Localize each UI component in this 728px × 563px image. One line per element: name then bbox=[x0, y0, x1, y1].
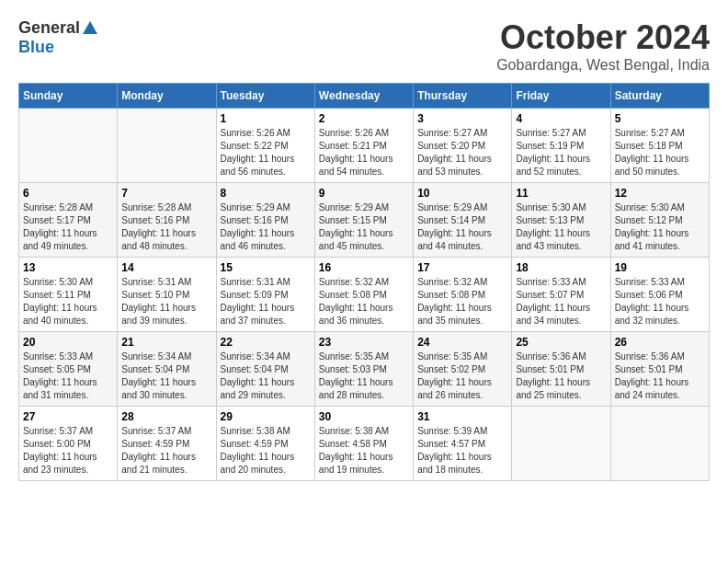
day-info: Sunrise: 5:27 AM Sunset: 5:19 PM Dayligh… bbox=[516, 127, 606, 178]
header-cell-tuesday: Tuesday bbox=[216, 84, 314, 109]
day-info: Sunrise: 5:37 AM Sunset: 5:00 PM Dayligh… bbox=[23, 425, 113, 477]
day-cell bbox=[19, 109, 118, 183]
day-cell: 13Sunrise: 5:30 AM Sunset: 5:11 PM Dayli… bbox=[19, 258, 118, 332]
day-cell: 14Sunrise: 5:31 AM Sunset: 5:10 PM Dayli… bbox=[118, 258, 216, 332]
day-cell: 19Sunrise: 5:33 AM Sunset: 5:06 PM Dayli… bbox=[610, 258, 709, 332]
day-info: Sunrise: 5:28 AM Sunset: 5:16 PM Dayligh… bbox=[121, 201, 211, 253]
day-cell: 26Sunrise: 5:36 AM Sunset: 5:01 PM Dayli… bbox=[610, 332, 709, 407]
day-cell: 5Sunrise: 5:27 AM Sunset: 5:18 PM Daylig… bbox=[610, 109, 709, 183]
day-info: Sunrise: 5:30 AM Sunset: 5:11 PM Dayligh… bbox=[23, 276, 113, 327]
month-title: October 2024 bbox=[496, 18, 710, 57]
day-number: 7 bbox=[121, 187, 211, 200]
day-number: 20 bbox=[23, 336, 113, 349]
day-info: Sunrise: 5:38 AM Sunset: 4:59 PM Dayligh… bbox=[221, 425, 311, 477]
day-info: Sunrise: 5:27 AM Sunset: 5:20 PM Dayligh… bbox=[417, 127, 507, 178]
day-cell: 20Sunrise: 5:33 AM Sunset: 5:05 PM Dayli… bbox=[19, 332, 118, 407]
day-cell: 4Sunrise: 5:27 AM Sunset: 5:19 PM Daylig… bbox=[512, 109, 610, 183]
day-number: 27 bbox=[23, 410, 113, 423]
day-cell: 7Sunrise: 5:28 AM Sunset: 5:16 PM Daylig… bbox=[118, 183, 216, 258]
logo: General Blue bbox=[18, 18, 98, 57]
day-number: 29 bbox=[221, 410, 311, 423]
day-number: 2 bbox=[319, 112, 409, 125]
page-header: General Blue October 2024 Gobardanga, We… bbox=[18, 18, 710, 74]
title-area: October 2024 Gobardanga, West Bengal, In… bbox=[496, 18, 710, 74]
day-number: 14 bbox=[121, 261, 211, 274]
header-cell-wednesday: Wednesday bbox=[314, 84, 413, 109]
day-info: Sunrise: 5:35 AM Sunset: 5:03 PM Dayligh… bbox=[319, 350, 409, 402]
day-info: Sunrise: 5:31 AM Sunset: 5:09 PM Dayligh… bbox=[221, 276, 311, 327]
day-cell: 6Sunrise: 5:28 AM Sunset: 5:17 PM Daylig… bbox=[19, 183, 118, 258]
day-number: 24 bbox=[417, 336, 507, 349]
day-cell: 12Sunrise: 5:30 AM Sunset: 5:12 PM Dayli… bbox=[610, 183, 709, 258]
day-number: 4 bbox=[516, 112, 606, 125]
day-number: 22 bbox=[221, 336, 311, 349]
day-info: Sunrise: 5:33 AM Sunset: 5:07 PM Dayligh… bbox=[516, 276, 606, 327]
calendar-header: SundayMondayTuesdayWednesdayThursdayFrid… bbox=[19, 84, 710, 109]
day-info: Sunrise: 5:36 AM Sunset: 5:01 PM Dayligh… bbox=[516, 350, 606, 402]
day-cell: 27Sunrise: 5:37 AM Sunset: 5:00 PM Dayli… bbox=[19, 407, 118, 481]
day-info: Sunrise: 5:32 AM Sunset: 5:08 PM Dayligh… bbox=[417, 276, 507, 327]
day-info: Sunrise: 5:33 AM Sunset: 5:06 PM Dayligh… bbox=[615, 276, 705, 327]
day-cell: 8Sunrise: 5:29 AM Sunset: 5:16 PM Daylig… bbox=[216, 183, 314, 258]
day-info: Sunrise: 5:29 AM Sunset: 5:16 PM Dayligh… bbox=[221, 201, 311, 253]
day-number: 26 bbox=[615, 336, 705, 349]
day-number: 10 bbox=[417, 187, 507, 200]
day-number: 30 bbox=[319, 410, 409, 423]
day-info: Sunrise: 5:28 AM Sunset: 5:17 PM Dayligh… bbox=[23, 201, 113, 253]
location: Gobardanga, West Bengal, India bbox=[496, 57, 710, 74]
day-info: Sunrise: 5:29 AM Sunset: 5:15 PM Dayligh… bbox=[319, 201, 409, 253]
day-info: Sunrise: 5:32 AM Sunset: 5:08 PM Dayligh… bbox=[319, 276, 409, 327]
day-cell: 31Sunrise: 5:39 AM Sunset: 4:57 PM Dayli… bbox=[414, 407, 512, 481]
day-cell: 16Sunrise: 5:32 AM Sunset: 5:08 PM Dayli… bbox=[314, 258, 413, 332]
day-number: 13 bbox=[23, 261, 113, 274]
week-row-5: 27Sunrise: 5:37 AM Sunset: 5:00 PM Dayli… bbox=[19, 407, 710, 481]
day-cell: 25Sunrise: 5:36 AM Sunset: 5:01 PM Dayli… bbox=[512, 332, 610, 407]
day-info: Sunrise: 5:30 AM Sunset: 5:12 PM Dayligh… bbox=[615, 201, 705, 253]
logo-icon bbox=[82, 19, 98, 36]
header-cell-sunday: Sunday bbox=[19, 84, 118, 109]
calendar-body: 1Sunrise: 5:26 AM Sunset: 5:22 PM Daylig… bbox=[19, 109, 710, 481]
day-info: Sunrise: 5:26 AM Sunset: 5:22 PM Dayligh… bbox=[221, 127, 311, 178]
day-number: 3 bbox=[417, 112, 507, 125]
day-number: 6 bbox=[23, 187, 113, 200]
header-cell-thursday: Thursday bbox=[414, 84, 512, 109]
day-number: 19 bbox=[615, 261, 705, 274]
day-cell: 11Sunrise: 5:30 AM Sunset: 5:13 PM Dayli… bbox=[512, 183, 610, 258]
day-number: 8 bbox=[221, 187, 311, 200]
day-cell: 1Sunrise: 5:26 AM Sunset: 5:22 PM Daylig… bbox=[216, 109, 314, 183]
day-number: 5 bbox=[615, 112, 705, 125]
logo-general-text: General bbox=[18, 18, 80, 38]
day-cell: 15Sunrise: 5:31 AM Sunset: 5:09 PM Dayli… bbox=[216, 258, 314, 332]
day-cell: 3Sunrise: 5:27 AM Sunset: 5:20 PM Daylig… bbox=[414, 109, 512, 183]
header-cell-saturday: Saturday bbox=[610, 84, 709, 109]
day-number: 11 bbox=[516, 187, 606, 200]
day-number: 21 bbox=[121, 336, 211, 349]
day-cell: 29Sunrise: 5:38 AM Sunset: 4:59 PM Dayli… bbox=[216, 407, 314, 481]
day-info: Sunrise: 5:35 AM Sunset: 5:02 PM Dayligh… bbox=[417, 350, 507, 402]
week-row-2: 6Sunrise: 5:28 AM Sunset: 5:17 PM Daylig… bbox=[19, 183, 710, 258]
day-cell bbox=[118, 109, 216, 183]
day-number: 15 bbox=[221, 261, 311, 274]
day-info: Sunrise: 5:38 AM Sunset: 4:58 PM Dayligh… bbox=[319, 425, 409, 477]
day-number: 31 bbox=[417, 410, 507, 423]
day-number: 12 bbox=[615, 187, 705, 200]
week-row-1: 1Sunrise: 5:26 AM Sunset: 5:22 PM Daylig… bbox=[19, 109, 710, 183]
day-cell: 30Sunrise: 5:38 AM Sunset: 4:58 PM Dayli… bbox=[314, 407, 413, 481]
week-row-4: 20Sunrise: 5:33 AM Sunset: 5:05 PM Dayli… bbox=[19, 332, 710, 407]
day-cell: 2Sunrise: 5:26 AM Sunset: 5:21 PM Daylig… bbox=[314, 109, 413, 183]
day-info: Sunrise: 5:34 AM Sunset: 5:04 PM Dayligh… bbox=[121, 350, 211, 402]
day-info: Sunrise: 5:26 AM Sunset: 5:21 PM Dayligh… bbox=[319, 127, 409, 178]
day-cell bbox=[610, 407, 709, 481]
day-info: Sunrise: 5:30 AM Sunset: 5:13 PM Dayligh… bbox=[516, 201, 606, 253]
day-cell: 28Sunrise: 5:37 AM Sunset: 4:59 PM Dayli… bbox=[118, 407, 216, 481]
day-number: 9 bbox=[319, 187, 409, 200]
day-cell: 17Sunrise: 5:32 AM Sunset: 5:08 PM Dayli… bbox=[414, 258, 512, 332]
day-info: Sunrise: 5:37 AM Sunset: 4:59 PM Dayligh… bbox=[121, 425, 211, 477]
day-cell: 23Sunrise: 5:35 AM Sunset: 5:03 PM Dayli… bbox=[314, 332, 413, 407]
day-cell: 21Sunrise: 5:34 AM Sunset: 5:04 PM Dayli… bbox=[118, 332, 216, 407]
day-cell bbox=[512, 407, 610, 481]
day-info: Sunrise: 5:29 AM Sunset: 5:14 PM Dayligh… bbox=[417, 201, 507, 253]
day-number: 16 bbox=[319, 261, 409, 274]
day-info: Sunrise: 5:27 AM Sunset: 5:18 PM Dayligh… bbox=[615, 127, 705, 178]
day-cell: 24Sunrise: 5:35 AM Sunset: 5:02 PM Dayli… bbox=[414, 332, 512, 407]
